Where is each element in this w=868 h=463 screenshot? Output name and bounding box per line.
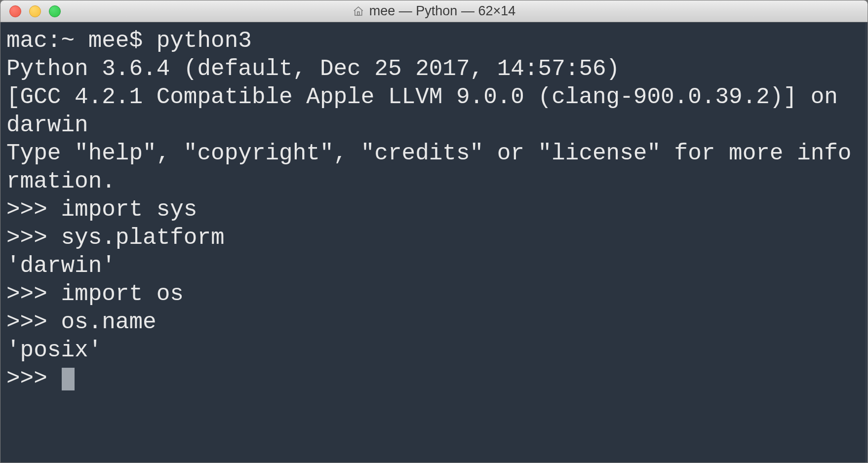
terminal-line: >>> import os <box>6 281 184 307</box>
terminal-line: >>> os.name <box>6 309 157 335</box>
terminal-line: mac:~ mee$ python3 <box>6 28 252 54</box>
svg-rect-0 <box>357 12 359 15</box>
terminal-line: >>> import sys <box>6 197 197 223</box>
close-button[interactable] <box>9 5 21 17</box>
terminal-line: >>> sys.platform <box>6 225 225 251</box>
titlebar-title-wrap: mee — Python — 62×14 <box>353 3 515 19</box>
terminal-body[interactable]: mac:~ mee$ python3 Python 3.6.4 (default… <box>0 22 868 463</box>
scrollbar-track[interactable] <box>865 23 868 463</box>
window-title: mee — Python — 62×14 <box>369 3 515 19</box>
terminal-line: Python 3.6.4 (default, Dec 25 2017, 14:5… <box>6 56 633 82</box>
terminal-line: Type "help", "copyright", "credits" or "… <box>6 141 851 194</box>
traffic-lights <box>9 5 61 17</box>
terminal-window: mee — Python — 62×14 mac:~ mee$ python3 … <box>0 0 868 463</box>
cursor-icon <box>62 368 74 390</box>
home-icon <box>353 5 364 17</box>
minimize-button[interactable] <box>29 5 41 17</box>
terminal-line: [GCC 4.2.1 Compatible Apple LLVM 9.0.0 (… <box>6 84 851 138</box>
maximize-button[interactable] <box>49 5 61 17</box>
terminal-line: 'darwin' <box>6 253 116 279</box>
terminal-line: 'posix' <box>6 338 102 363</box>
titlebar: mee — Python — 62×14 <box>0 0 868 22</box>
terminal-prompt-line: >>> <box>6 366 61 391</box>
